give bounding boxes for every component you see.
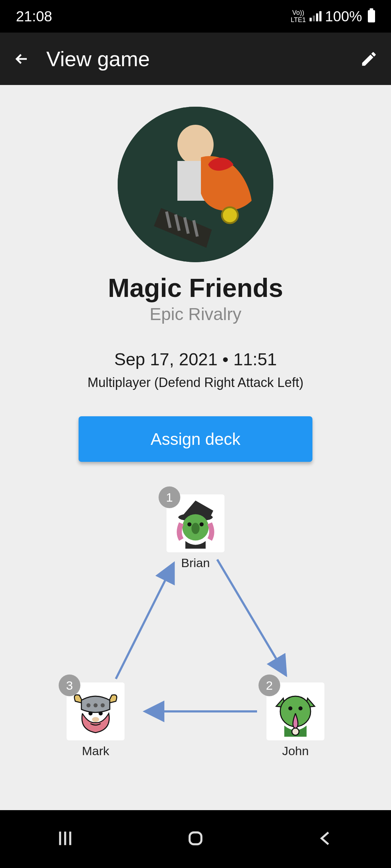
svg-point-17	[87, 703, 91, 707]
page-content: Magic Friends Epic Rivalry Sep 17, 2021 …	[0, 85, 391, 810]
svg-line-7	[116, 563, 174, 679]
svg-point-19	[101, 703, 105, 707]
edit-icon[interactable]	[360, 50, 378, 68]
svg-point-22	[92, 717, 99, 722]
svg-point-16	[292, 728, 299, 735]
group-subtitle: Epic Rivalry	[150, 304, 241, 324]
group-avatar[interactable]	[118, 107, 273, 262]
game-datetime: Sep 17, 2021 • 11:51	[114, 349, 277, 369]
home-button[interactable]	[185, 828, 206, 850]
svg-point-11	[188, 522, 192, 526]
android-nav-bar	[0, 810, 391, 868]
status-right: Vo))LTE1 100%	[291, 8, 375, 25]
svg-point-12	[199, 522, 203, 526]
player-name-label: Mark	[82, 744, 109, 758]
player-mark[interactable]: 3 Mark	[67, 682, 125, 758]
clock: 21:08	[16, 8, 52, 25]
status-bar: 21:08 Vo))LTE1 100%	[0, 0, 391, 33]
player-arena: 1 Brian 2	[65, 491, 326, 773]
battery-percent: 100%	[325, 8, 362, 25]
app-bar: View game	[0, 33, 391, 85]
svg-rect-26	[190, 833, 202, 844]
order-badge: 3	[59, 675, 80, 696]
signal-icon	[310, 11, 321, 21]
player-name-label: John	[282, 744, 309, 758]
svg-point-21	[98, 711, 102, 715]
player-name-label: Brian	[181, 556, 210, 570]
android-back-button[interactable]	[316, 828, 336, 850]
order-badge: 2	[258, 675, 280, 696]
player-brian[interactable]: 1 Brian	[167, 494, 224, 570]
svg-point-3	[222, 207, 238, 223]
svg-point-18	[93, 703, 97, 707]
svg-line-5	[217, 559, 286, 675]
player-john[interactable]: 2 John	[266, 682, 324, 758]
recents-button[interactable]	[55, 828, 75, 850]
group-name: Magic Friends	[108, 273, 283, 303]
svg-point-14	[288, 706, 292, 710]
order-badge: 1	[159, 486, 180, 508]
svg-point-20	[88, 711, 92, 715]
svg-point-15	[298, 706, 302, 710]
back-icon[interactable]	[13, 50, 30, 68]
network-indicator: Vo))LTE1	[291, 9, 306, 24]
battery-icon	[368, 10, 375, 22]
svg-point-10	[192, 523, 199, 534]
game-mode: Multiplayer (Defend Right Attack Left)	[88, 375, 303, 390]
assign-deck-button[interactable]: Assign deck	[79, 416, 312, 462]
page-title: View game	[46, 47, 360, 71]
